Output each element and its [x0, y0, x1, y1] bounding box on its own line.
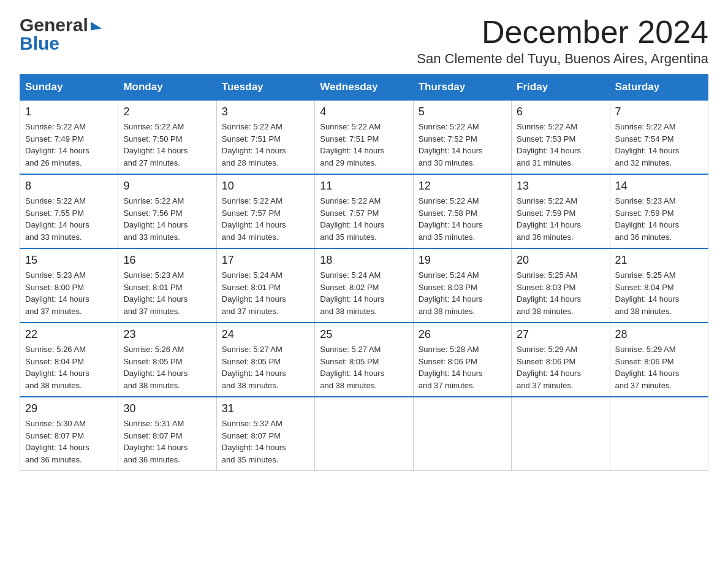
calendar-cell: 1 Sunrise: 5:22 AM Sunset: 7:49 PM Dayli…: [20, 100, 118, 174]
calendar-cell: 10 Sunrise: 5:22 AM Sunset: 7:57 PM Dayl…: [216, 174, 314, 248]
calendar-cell: 11 Sunrise: 5:22 AM Sunset: 7:57 PM Dayl…: [315, 174, 413, 248]
calendar-cell: [512, 397, 610, 471]
calendar-cell: 9 Sunrise: 5:22 AM Sunset: 7:56 PM Dayli…: [118, 174, 216, 248]
week-row-3: 15 Sunrise: 5:23 AM Sunset: 8:00 PM Dayl…: [20, 248, 708, 323]
calendar-header: SundayMondayTuesdayWednesdayThursdayFrid…: [20, 75, 708, 101]
calendar-body: 1 Sunrise: 5:22 AM Sunset: 7:49 PM Dayli…: [20, 100, 708, 471]
day-info: Sunrise: 5:31 AM Sunset: 8:07 PM Dayligh…: [123, 418, 211, 465]
day-info: Sunrise: 5:32 AM Sunset: 8:07 PM Dayligh…: [222, 418, 309, 465]
day-info: Sunrise: 5:27 AM Sunset: 8:05 PM Dayligh…: [320, 343, 408, 391]
day-info: Sunrise: 5:23 AM Sunset: 7:59 PM Dayligh…: [615, 195, 703, 243]
week-row-5: 29 Sunrise: 5:30 AM Sunset: 8:07 PM Dayl…: [20, 397, 708, 471]
calendar-cell: 15 Sunrise: 5:23 AM Sunset: 8:00 PM Dayl…: [20, 248, 118, 323]
logo-line1: General: [20, 15, 102, 36]
calendar-cell: [413, 397, 511, 471]
calendar-cell: 2 Sunrise: 5:22 AM Sunset: 7:50 PM Dayli…: [118, 100, 216, 174]
header-saturday: Saturday: [610, 75, 708, 101]
day-number: 9: [123, 180, 211, 193]
calendar-cell: 27 Sunrise: 5:29 AM Sunset: 8:06 PM Dayl…: [512, 323, 610, 397]
calendar-cell: 13 Sunrise: 5:22 AM Sunset: 7:59 PM Dayl…: [512, 174, 610, 248]
day-number: 3: [222, 105, 309, 118]
calendar-cell: 23 Sunrise: 5:26 AM Sunset: 8:05 PM Dayl…: [118, 323, 216, 397]
day-number: 11: [320, 180, 408, 193]
calendar-cell: 6 Sunrise: 5:22 AM Sunset: 7:53 PM Dayli…: [512, 100, 610, 174]
day-info: Sunrise: 5:27 AM Sunset: 8:05 PM Dayligh…: [222, 343, 309, 391]
header-wednesday: Wednesday: [315, 75, 413, 101]
day-number: 2: [123, 105, 211, 118]
logo: General Blue: [20, 15, 102, 54]
calendar-cell: 30 Sunrise: 5:31 AM Sunset: 8:07 PM Dayl…: [118, 397, 216, 471]
day-info: Sunrise: 5:22 AM Sunset: 7:53 PM Dayligh…: [517, 121, 604, 169]
logo-general-text: General: [20, 15, 88, 36]
day-info: Sunrise: 5:22 AM Sunset: 7:57 PM Dayligh…: [320, 195, 408, 243]
day-info: Sunrise: 5:22 AM Sunset: 7:49 PM Dayligh…: [25, 121, 113, 169]
day-info: Sunrise: 5:22 AM Sunset: 7:55 PM Dayligh…: [25, 195, 113, 243]
calendar-cell: 28 Sunrise: 5:29 AM Sunset: 8:06 PM Dayl…: [610, 323, 708, 397]
calendar-cell: 29 Sunrise: 5:30 AM Sunset: 8:07 PM Dayl…: [20, 397, 118, 471]
day-info: Sunrise: 5:28 AM Sunset: 8:06 PM Dayligh…: [419, 343, 506, 391]
day-info: Sunrise: 5:25 AM Sunset: 8:03 PM Dayligh…: [517, 269, 604, 317]
calendar-cell: 26 Sunrise: 5:28 AM Sunset: 8:06 PM Dayl…: [413, 323, 511, 397]
logo-blue-text: Blue: [20, 33, 102, 54]
calendar-cell: 21 Sunrise: 5:25 AM Sunset: 8:04 PM Dayl…: [610, 248, 708, 323]
day-number: 29: [25, 402, 113, 415]
calendar-cell: 16 Sunrise: 5:23 AM Sunset: 8:01 PM Dayl…: [118, 248, 216, 323]
location-subtitle: San Clemente del Tuyu, Buenos Aires, Arg…: [417, 51, 708, 67]
day-number: 27: [517, 328, 604, 341]
day-number: 15: [25, 254, 113, 267]
day-number: 24: [222, 328, 309, 341]
day-number: 28: [615, 328, 703, 341]
day-number: 25: [320, 328, 408, 341]
day-number: 26: [419, 328, 506, 341]
day-number: 4: [320, 105, 408, 118]
month-title: December 2024: [417, 15, 708, 50]
day-number: 31: [222, 402, 309, 415]
logo-arrow-icon: [91, 20, 102, 30]
day-number: 30: [123, 402, 211, 415]
day-number: 7: [615, 105, 703, 118]
day-info: Sunrise: 5:29 AM Sunset: 8:06 PM Dayligh…: [615, 343, 703, 391]
day-number: 12: [419, 180, 506, 193]
header-thursday: Thursday: [413, 75, 511, 101]
calendar-cell: 3 Sunrise: 5:22 AM Sunset: 7:51 PM Dayli…: [216, 100, 314, 174]
day-info: Sunrise: 5:23 AM Sunset: 8:01 PM Dayligh…: [123, 269, 211, 317]
calendar-cell: 22 Sunrise: 5:26 AM Sunset: 8:04 PM Dayl…: [20, 323, 118, 397]
day-info: Sunrise: 5:26 AM Sunset: 8:04 PM Dayligh…: [25, 343, 113, 391]
day-number: 22: [25, 328, 113, 341]
calendar-cell: 14 Sunrise: 5:23 AM Sunset: 7:59 PM Dayl…: [610, 174, 708, 248]
header-row: SundayMondayTuesdayWednesdayThursdayFrid…: [20, 75, 708, 101]
day-number: 8: [25, 180, 113, 193]
calendar-cell: [610, 397, 708, 471]
week-row-4: 22 Sunrise: 5:26 AM Sunset: 8:04 PM Dayl…: [20, 323, 708, 397]
day-info: Sunrise: 5:29 AM Sunset: 8:06 PM Dayligh…: [517, 343, 604, 391]
day-info: Sunrise: 5:24 AM Sunset: 8:03 PM Dayligh…: [419, 269, 506, 317]
calendar-cell: 19 Sunrise: 5:24 AM Sunset: 8:03 PM Dayl…: [413, 248, 511, 323]
calendar-cell: 31 Sunrise: 5:32 AM Sunset: 8:07 PM Dayl…: [216, 397, 314, 471]
day-info: Sunrise: 5:25 AM Sunset: 8:04 PM Dayligh…: [615, 269, 703, 317]
day-info: Sunrise: 5:22 AM Sunset: 7:59 PM Dayligh…: [517, 195, 604, 243]
day-info: Sunrise: 5:22 AM Sunset: 7:51 PM Dayligh…: [222, 121, 309, 169]
day-number: 18: [320, 254, 408, 267]
calendar-cell: 7 Sunrise: 5:22 AM Sunset: 7:54 PM Dayli…: [610, 100, 708, 174]
day-number: 10: [222, 180, 309, 193]
day-info: Sunrise: 5:30 AM Sunset: 8:07 PM Dayligh…: [25, 418, 113, 465]
header-tuesday: Tuesday: [216, 75, 314, 101]
day-number: 20: [517, 254, 604, 267]
day-number: 6: [517, 105, 604, 118]
page-header: General Blue December 2024 San Clemente …: [20, 15, 708, 67]
title-block: December 2024 San Clemente del Tuyu, Bue…: [417, 15, 708, 67]
week-row-1: 1 Sunrise: 5:22 AM Sunset: 7:49 PM Dayli…: [20, 100, 708, 174]
calendar-cell: [315, 397, 413, 471]
calendar-cell: 5 Sunrise: 5:22 AM Sunset: 7:52 PM Dayli…: [413, 100, 511, 174]
day-number: 13: [517, 180, 604, 193]
day-info: Sunrise: 5:23 AM Sunset: 8:00 PM Dayligh…: [25, 269, 113, 317]
header-monday: Monday: [118, 75, 216, 101]
calendar-cell: 12 Sunrise: 5:22 AM Sunset: 7:58 PM Dayl…: [413, 174, 511, 248]
day-info: Sunrise: 5:22 AM Sunset: 7:57 PM Dayligh…: [222, 195, 309, 243]
day-info: Sunrise: 5:22 AM Sunset: 7:58 PM Dayligh…: [419, 195, 506, 243]
calendar-cell: 8 Sunrise: 5:22 AM Sunset: 7:55 PM Dayli…: [20, 174, 118, 248]
day-number: 14: [615, 180, 703, 193]
day-info: Sunrise: 5:22 AM Sunset: 7:56 PM Dayligh…: [123, 195, 211, 243]
calendar-cell: 25 Sunrise: 5:27 AM Sunset: 8:05 PM Dayl…: [315, 323, 413, 397]
day-number: 21: [615, 254, 703, 267]
